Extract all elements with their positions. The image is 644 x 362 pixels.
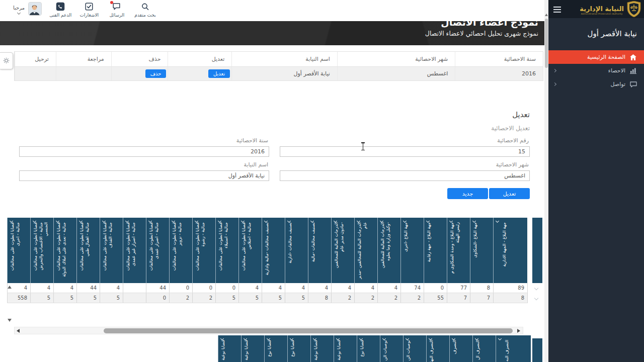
bottom-column-header[interactable]: التصرف النها bbox=[426, 335, 449, 362]
stats-cell: 55 bbox=[424, 293, 447, 303]
records-cell: اغسطس bbox=[337, 67, 455, 80]
bottom-column-header[interactable]: توصيات الن bbox=[380, 335, 403, 362]
user-menu[interactable]: مرحبا bbox=[13, 2, 42, 16]
row-delete-button[interactable]: حذف bbox=[145, 69, 167, 78]
stats-cell: 5 bbox=[238, 293, 262, 303]
form-input-0[interactable] bbox=[280, 146, 530, 157]
stats-column-header[interactable]: قضايا انطوت على مخالفات جنائية - القذف bbox=[100, 218, 123, 283]
stats-column-header[interactable]: جهة البلاغ - جهة رقابية bbox=[424, 218, 447, 283]
stats-column-header[interactable]: تصنيف مخالفات -مالية وادارية bbox=[262, 218, 285, 283]
bottom-column-header[interactable]: قضايا نوعية - bbox=[241, 335, 264, 362]
topbar-item-label: الاشعارات bbox=[80, 13, 99, 18]
avatar[interactable] bbox=[28, 2, 42, 16]
topbar-messages[interactable]: الرسائل bbox=[107, 2, 127, 18]
welcome-dropdown[interactable]: مرحبا bbox=[13, 5, 25, 14]
edit-form: تعديل تعديل الاحصائية رقم الاحصائيةسنة ا… bbox=[19, 110, 530, 199]
hamburger-menu-icon[interactable] bbox=[553, 7, 561, 14]
row-scroll-up-arrow[interactable] bbox=[8, 286, 12, 289]
scroll-up-arrow[interactable] bbox=[545, 14, 548, 16]
vertical-scroll-thumb[interactable] bbox=[545, 19, 548, 68]
row-scroll-down-arrow[interactable] bbox=[8, 319, 12, 322]
stats-cell: 4 bbox=[53, 283, 76, 293]
edit-submit-button[interactable]: تعديل bbox=[489, 188, 530, 199]
form-input-2[interactable] bbox=[280, 170, 530, 181]
topbar-notifications[interactable]: الاشعارات bbox=[79, 2, 99, 18]
stats-column-label: قضايا انطوت على مخالفات جنائية - اضرار ع… bbox=[148, 222, 168, 280]
stats-column-header[interactable]: قضايا انطوت على مخالفات جنائية - تزوير bbox=[169, 218, 192, 283]
scroll-left-arrow[interactable] bbox=[17, 329, 20, 333]
bottom-column-label: التصرف bbox=[452, 340, 471, 362]
page-banner: نموذج اعضاء الاتصال نموذج شهرى تحليل احص… bbox=[0, 21, 544, 45]
grid-settings-button[interactable] bbox=[0, 52, 13, 69]
bottom-column-header[interactable]: قضايا نوعية العمرا bbox=[310, 335, 334, 362]
stats-cell: 2 bbox=[377, 293, 400, 303]
stats-column-label: قضايا انطوت على مخالفات جنائية - تعدى عل… bbox=[56, 222, 75, 280]
records-cell bbox=[56, 67, 111, 80]
stats-column-header[interactable]: الدرجات المالية للمخالفين -وكيل وزارة وم… bbox=[377, 218, 400, 283]
records-cell: حذف bbox=[111, 67, 168, 80]
bottom-column-header[interactable]: قضايا نوع bbox=[264, 335, 287, 362]
stats-cell: 5 bbox=[215, 293, 238, 303]
bottom-column-header[interactable]: قضايا نوعية وا bbox=[218, 335, 241, 362]
stats-column-label: قضايا انطوت على مخالفات جنائية - استيلاء bbox=[218, 222, 237, 280]
row-edit-button[interactable]: تعديل bbox=[208, 69, 230, 78]
sidebar-item-label: الصفحة الرئيسية bbox=[553, 54, 625, 60]
bottom-column-header[interactable]: قضايا نوع bbox=[357, 335, 380, 362]
records-col-header: مراجعة bbox=[56, 52, 111, 66]
stats-column-header[interactable]: قضايا انطوت على مخالفات جنائية - استيلاء bbox=[215, 218, 238, 283]
stats-column-header[interactable]: قضايا انطوت على مخالفات جنائية - اضرار غ… bbox=[123, 218, 146, 283]
topbar-search[interactable]: بحث متقدم bbox=[134, 2, 155, 18]
form-input-3[interactable] bbox=[19, 170, 269, 181]
bottom-column-label: التصرف النه bbox=[504, 340, 523, 362]
stats-column-header[interactable]: جهة البلاغ -اخرى bbox=[400, 218, 424, 283]
sidebar-item-contact[interactable]: تواصل bbox=[548, 77, 644, 91]
bottom-column-label: التصرف النها bbox=[429, 340, 448, 362]
stats-column-header[interactable]: قضايا انطوت على مخالفات جنائية - اهمال ط… bbox=[76, 218, 100, 283]
row-expander-chevron[interactable] bbox=[534, 296, 538, 300]
stats-column-header[interactable]: جهة البلاغ - الجهة الادارية bbox=[493, 218, 527, 283]
stats-column-header[interactable]: تصنيف مخالفات -ادارية bbox=[285, 218, 308, 283]
stats-column-label: تصنيف مخالفات -مالية bbox=[310, 222, 330, 280]
topbar: بحث متقدمالرسائلالاشعاراتالدعم الفنىمرحب… bbox=[0, 0, 544, 21]
records-cell: تعديل bbox=[168, 67, 231, 80]
new-button[interactable]: جديد bbox=[447, 188, 488, 199]
stats-column-header[interactable]: قضايا انطوت على مخالفات جنائية - اختلاس bbox=[238, 218, 262, 283]
stats-column-header[interactable]: الدرجات المالية للمخالفين -مدير عام bbox=[354, 218, 377, 283]
stats-cell: 0 bbox=[424, 283, 447, 293]
sidebar-item-home[interactable]: الصفحة الرئيسية bbox=[548, 50, 644, 64]
bottom-column-header[interactable]: التصرف ال bbox=[472, 335, 496, 362]
bottom-column-header[interactable]: قضايا نوع bbox=[287, 335, 310, 362]
stats-cell: 89 bbox=[493, 283, 527, 293]
brand-name: النيابة الإدارية bbox=[580, 5, 624, 13]
scroll-right-arrow[interactable] bbox=[517, 329, 520, 333]
bottom-column-label: قضايا نوع bbox=[290, 340, 309, 362]
bottom-column-header[interactable]: التصرف النه bbox=[496, 335, 531, 362]
stats-column-label: قضايا انطوت على مخالفات جنائية - القذف bbox=[102, 222, 121, 280]
stats-column-header[interactable]: تصنيف مخالفات -مالية bbox=[308, 218, 331, 283]
stats-column-header[interactable]: قضايا انطوت على مخالفات جنائية - اضرار ع… bbox=[146, 218, 169, 283]
stats-column-header[interactable]: قضايا انطوت على مخالفات جنائية - الاغتصا… bbox=[30, 218, 53, 283]
horizontal-scrollbar[interactable] bbox=[14, 327, 523, 334]
bottom-column-header[interactable]: قضايا نوعية والتح bbox=[334, 335, 357, 362]
stats-column-header[interactable]: قضايا انطوت على مخالفات جنائية - اخرى bbox=[7, 218, 30, 283]
bottom-column-label: قضايا نوعية والتح bbox=[336, 340, 355, 362]
form-input-1[interactable] bbox=[19, 146, 269, 157]
stats-column-label: قضايا انطوت على مخالفات جنائية - رشوة bbox=[195, 222, 214, 280]
horizontal-scroll-thumb[interactable] bbox=[104, 328, 513, 333]
authority-emblem-icon bbox=[626, 1, 641, 19]
stats-column-header[interactable]: جهة البلاغ -الشكاوى bbox=[470, 218, 493, 283]
bottom-column-header[interactable]: التصرف bbox=[449, 335, 472, 362]
sidebar-item-stats[interactable]: الاحصاء bbox=[548, 64, 644, 77]
topbar-support[interactable]: الدعم الفنى bbox=[49, 2, 71, 18]
stats-column-header[interactable]: الدرجات المالية للمخالفين -مادون مدير عا… bbox=[331, 218, 354, 283]
stats-cell: 4 bbox=[285, 283, 308, 293]
bottom-column-header[interactable]: توصيات الن bbox=[403, 335, 426, 362]
stats-column-header[interactable]: جهة البلاغ - وحدة الشكاوى م رئيس الهيئة bbox=[447, 218, 470, 283]
bottom-column-label: قضايا نوعية وا bbox=[220, 340, 239, 362]
stats-column-header[interactable]: قضايا انطوت على مخالفات جنائية - تعدى عل… bbox=[53, 218, 76, 283]
row-expander-chevron[interactable] bbox=[534, 286, 538, 290]
prosecution-title: نيابة الأقصر أول bbox=[587, 29, 637, 38]
support-icon bbox=[56, 2, 65, 11]
stats-column-label: الدرجات المالية للمخالفين -مدير عام bbox=[357, 222, 376, 280]
stats-column-header[interactable]: قضايا انطوت على مخالفات جنائية - رشوة bbox=[192, 218, 215, 283]
